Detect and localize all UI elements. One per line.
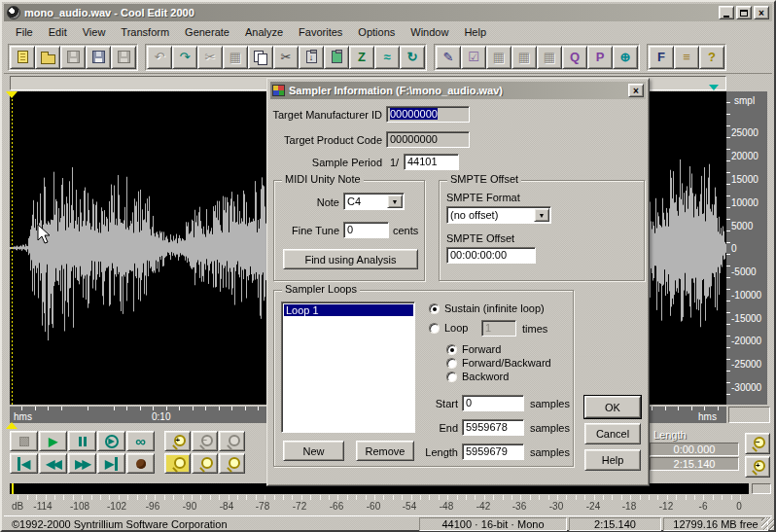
mix-paste-button[interactable]: Z	[349, 46, 374, 69]
menu-file[interactable]: File	[8, 24, 41, 40]
trim-button[interactable]: ▦	[223, 46, 248, 69]
zoom-left-edge-button[interactable]	[192, 453, 218, 474]
sample-period-field[interactable]: 44101	[404, 154, 459, 170]
time-ruler-unit: hms	[14, 411, 32, 422]
amplitude-ruler[interactable]: smpl 25000 20000 15000 10000 5000 0 -500…	[726, 91, 767, 405]
scripts-button[interactable]: ≡	[674, 46, 699, 69]
resize-grip[interactable]	[761, 517, 774, 530]
maximize-button[interactable]	[736, 6, 752, 19]
menu-favorites[interactable]: Favorites	[291, 24, 350, 40]
menu-window[interactable]: Window	[403, 24, 456, 40]
smpte-format-combo[interactable]: (no offset) ▼	[446, 206, 551, 224]
cancel-button[interactable]: Cancel	[584, 423, 641, 444]
chevron-down-icon[interactable]: ▼	[387, 195, 403, 208]
list-item[interactable]: Loop 1	[284, 304, 413, 316]
play-list-button[interactable]: ▦	[511, 46, 537, 69]
clipboard-icon: ↓	[306, 51, 317, 63]
product-code-field[interactable]: 00000000	[386, 131, 470, 148]
vertical-zoom-out-button[interactable]: −	[745, 433, 770, 454]
clipboard-wave-icon	[332, 51, 342, 63]
fast-forward-button[interactable]: ▶▶	[68, 453, 96, 474]
go-to-end-button[interactable]: ▶	[97, 453, 125, 474]
phase-analysis-button[interactable]: P	[587, 46, 613, 69]
cursor-marker-bottom[interactable]	[6, 422, 18, 429]
loop-times-field[interactable]: 1	[481, 320, 516, 337]
menu-transform[interactable]: Transform	[113, 24, 177, 40]
web-button[interactable]: ⊕	[613, 46, 638, 69]
help-button[interactable]: ?	[699, 46, 724, 69]
vertical-zoom-in-button[interactable]: +	[745, 456, 770, 478]
fine-tune-field[interactable]: 0	[343, 222, 389, 238]
menu-options[interactable]: Options	[350, 24, 403, 40]
edit-waveform-button[interactable]: ✎	[436, 46, 461, 69]
new-file-icon	[18, 51, 28, 63]
zoom-out-button[interactable]: −	[192, 431, 218, 451]
length-field[interactable]: 5959679	[462, 443, 524, 460]
info-list-button[interactable]: ▦	[537, 46, 562, 69]
paste-to-new-button[interactable]	[324, 46, 349, 69]
zoom-full-button[interactable]	[219, 431, 245, 451]
menu-help[interactable]: Help	[456, 24, 494, 40]
backward-radio[interactable]: Backword	[446, 371, 509, 382]
radio-icon	[446, 344, 457, 355]
record-icon	[136, 459, 146, 469]
note-combo[interactable]: C4 ▼	[343, 193, 405, 210]
end-field[interactable]: 5959678	[462, 419, 524, 436]
menu-generate[interactable]: Generate	[177, 24, 237, 40]
find-using-analysis-button[interactable]: Find using Analysis	[283, 249, 418, 269]
show-cue-list-button[interactable]: ▦	[486, 46, 511, 69]
start-field[interactable]: 0	[462, 395, 524, 411]
cursor-marker-top[interactable]	[6, 91, 18, 98]
menu-edit[interactable]: Edit	[41, 24, 75, 40]
delete-selection-button[interactable]: ✂	[197, 46, 223, 69]
chevron-down-icon[interactable]: ▼	[534, 208, 549, 222]
play-looped-button[interactable]: ▶	[97, 431, 125, 451]
ok-button[interactable]: OK	[584, 396, 641, 418]
smpte-offset-field[interactable]: 00:00:00:00	[446, 247, 536, 264]
convert-sample-type-button[interactable]: ≈	[374, 46, 400, 69]
zoom-in-button[interactable]: +	[164, 431, 191, 451]
copy-button[interactable]	[248, 46, 273, 69]
menu-view[interactable]: View	[75, 24, 114, 40]
play-button[interactable]: ▶	[39, 431, 67, 451]
go-to-beginning-button[interactable]: ◀	[10, 453, 38, 474]
cue-list-button[interactable]: ☑	[461, 46, 486, 69]
db-ruler[interactable]: dB -114 -108 -102 -96 -90 -84 -78 -72 -6…	[4, 500, 772, 514]
loop-button[interactable]: ∞	[126, 431, 155, 451]
trim-box-icon: ▦	[229, 51, 241, 63]
zoom-right-edge-button[interactable]	[219, 453, 245, 474]
stop-button[interactable]	[10, 431, 38, 451]
save-selection-button[interactable]	[111, 46, 136, 69]
pause-button[interactable]	[68, 431, 96, 451]
save-button[interactable]	[60, 46, 86, 69]
forward-backward-radio[interactable]: Forward/Backward	[446, 357, 551, 369]
open-file-button[interactable]	[35, 46, 60, 69]
frequency-analysis-button[interactable]: Q	[562, 46, 587, 69]
record-button[interactable]	[126, 453, 155, 474]
rewind-button[interactable]: ◀◀	[39, 453, 67, 474]
cut-button[interactable]: ✂	[273, 46, 299, 69]
new-file-button[interactable]	[10, 46, 35, 69]
forward-radio[interactable]: Forward	[446, 343, 501, 355]
undo-button[interactable]: ↶	[147, 46, 172, 69]
loop-times-radio[interactable]: Loop	[429, 322, 468, 334]
toolbar-group-edit: ↶ ↷ ✂ ▦ ✂ ↓ Z ≈ ↻	[145, 44, 427, 71]
loops-listbox[interactable]: Loop 1	[281, 301, 415, 433]
fullscreen-button[interactable]: F	[649, 46, 674, 69]
length-panel: Length 0:00.000 2:15.140	[650, 428, 741, 480]
close-icon: ×	[758, 8, 764, 18]
save-as-button[interactable]	[86, 46, 111, 69]
insert-in-multitrack-button[interactable]: ↻	[400, 46, 425, 69]
close-button[interactable]: ×	[754, 6, 769, 19]
repeat-command-button[interactable]: ↷	[172, 46, 197, 69]
help-dialog-button[interactable]: Help	[584, 449, 641, 471]
redo-clock-icon: ↷	[180, 51, 191, 63]
sustain-radio[interactable]: Sustain (infinite loop)	[429, 302, 545, 314]
paste-button[interactable]: ↓	[299, 46, 324, 69]
zoom-to-selection-button[interactable]	[164, 453, 191, 474]
manufacturer-id-field[interactable]: 00000000	[386, 106, 470, 123]
minimize-button[interactable]	[719, 6, 734, 19]
new-loop-button[interactable]: New	[283, 441, 344, 461]
dialog-close-button[interactable]: ×	[628, 84, 644, 97]
menu-analyze[interactable]: Analyze	[237, 24, 291, 40]
